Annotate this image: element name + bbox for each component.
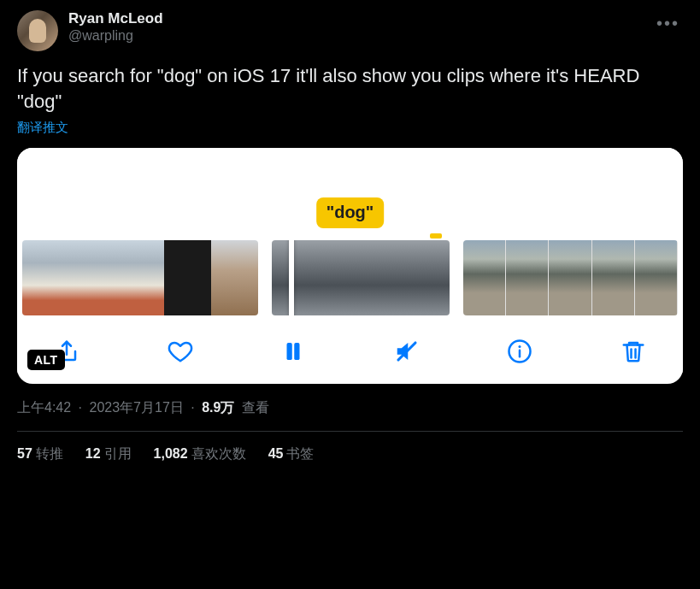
- heart-icon: [168, 339, 193, 364]
- quotes-label: 引用: [104, 446, 132, 461]
- stats-line: 57转推 12引用 1,082喜欢次数 45书签: [17, 432, 683, 463]
- clip-frame: [463, 240, 506, 315]
- svg-point-5: [519, 345, 521, 348]
- likes-stat[interactable]: 1,082喜欢次数: [154, 445, 246, 463]
- author-block[interactable]: Ryan McLeod @warpling: [68, 10, 643, 44]
- clip-frame: [69, 240, 116, 315]
- display-name: Ryan McLeod: [68, 10, 643, 27]
- separator: ·: [191, 400, 194, 415]
- clip-frame: [592, 240, 635, 315]
- clip-frame: [272, 240, 331, 315]
- mute-button[interactable]: [391, 336, 422, 367]
- volume-mute-icon: [394, 339, 420, 364]
- clip-frame: [549, 240, 591, 315]
- svg-rect-1: [294, 343, 299, 360]
- handle: @warpling: [68, 27, 643, 44]
- likes-label: 喜欢次数: [191, 446, 246, 461]
- clip-1[interactable]: [22, 240, 258, 315]
- tweet-time[interactable]: 上午4:42: [17, 400, 71, 415]
- retweets-label: 转推: [36, 446, 63, 461]
- clip-frame: [164, 240, 211, 315]
- retweets-stat[interactable]: 57转推: [17, 445, 63, 463]
- clip-frame: [331, 240, 390, 315]
- clip-frame: [22, 240, 69, 315]
- more-button[interactable]: •••: [653, 10, 683, 37]
- likes-num: 1,082: [154, 446, 188, 461]
- delete-button[interactable]: [618, 336, 649, 367]
- translate-link[interactable]: 翻译推文: [17, 120, 683, 136]
- tweet-container: Ryan McLeod @warpling ••• If you search …: [0, 0, 700, 474]
- retweets-num: 57: [17, 446, 32, 461]
- media-card[interactable]: "dog": [17, 148, 683, 384]
- bookmarks-num: 45: [268, 446, 284, 461]
- tweet-date[interactable]: 2023年7月17日: [90, 400, 184, 415]
- bookmarks-label: 书签: [286, 446, 314, 461]
- alt-badge[interactable]: ALT: [27, 350, 65, 370]
- avatar[interactable]: [17, 10, 58, 51]
- clip-3[interactable]: [463, 240, 678, 315]
- separator: ·: [79, 400, 82, 415]
- playhead-marker: [430, 233, 442, 239]
- svg-rect-0: [287, 343, 292, 360]
- search-term-chip: "dog": [316, 197, 385, 228]
- tweet-text: If you search for "dog" on iOS 17 it'll …: [17, 63, 683, 115]
- more-icon: •••: [656, 14, 679, 32]
- clip-frame: [635, 240, 678, 315]
- clip-frame: [391, 240, 450, 315]
- trash-icon: [621, 339, 646, 364]
- playhead[interactable]: [289, 240, 294, 315]
- info-icon: [507, 339, 532, 364]
- views-label: 查看: [242, 400, 269, 415]
- views-count: 8.9万: [202, 400, 234, 415]
- bookmarks-stat[interactable]: 45书签: [268, 445, 315, 463]
- video-filmstrip[interactable]: [17, 228, 683, 315]
- info-button[interactable]: [504, 336, 535, 367]
- media-header-space: "dog": [17, 148, 683, 228]
- meta-line: 上午4:42 · 2023年7月17日 · 8.9万 查看: [17, 396, 683, 432]
- like-button[interactable]: [165, 336, 196, 367]
- quotes-stat[interactable]: 12引用: [85, 445, 132, 463]
- clip-frame: [506, 240, 549, 315]
- pause-button[interactable]: [278, 336, 309, 367]
- pause-icon: [280, 339, 306, 364]
- clip-frame: [116, 240, 163, 315]
- quotes-num: 12: [85, 446, 101, 461]
- media-toolbar: [17, 315, 683, 374]
- tweet-header: Ryan McLeod @warpling •••: [17, 10, 683, 51]
- clip-frame: [211, 240, 258, 315]
- clip-2[interactable]: [272, 240, 450, 315]
